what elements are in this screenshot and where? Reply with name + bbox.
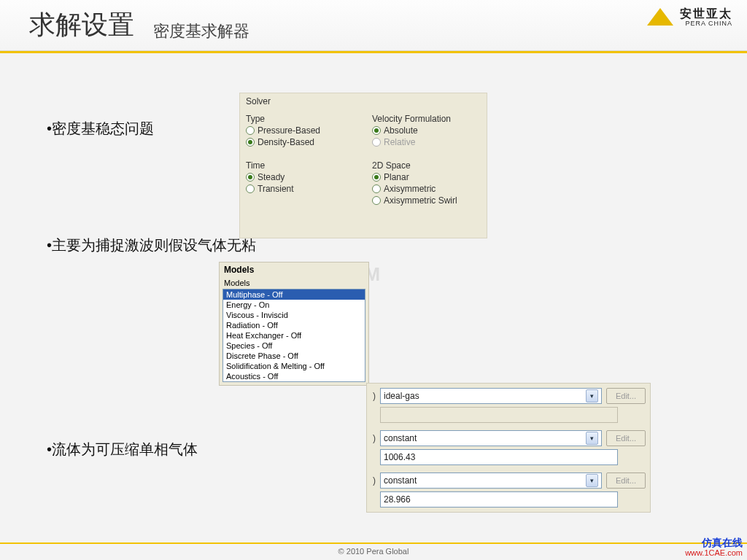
footer-brand: 仿真在线 www.1CAE.com (685, 537, 743, 557)
models-list[interactable]: Multiphase - Off Energy - On Viscous - I… (222, 289, 365, 382)
radio-icon (372, 184, 381, 193)
radio-icon (372, 173, 381, 182)
radio-label: Transient (258, 184, 294, 194)
radio-icon (372, 138, 381, 147)
radio-icon (372, 196, 381, 205)
velocity-label: Velocity Formulation (372, 114, 481, 124)
radio-icon (246, 138, 255, 147)
models-title: Models (220, 262, 368, 277)
chevron-down-icon[interactable]: ▾ (586, 389, 598, 402)
slide-content: •密度基稳态问题 •主要为捕捉激波则假设气体无粘 •流体为可压缩单相气体 Sol… (0, 53, 747, 542)
cp-value-input[interactable]: 1006.43 (380, 449, 618, 465)
list-item[interactable]: Solidification & Melting - Off (223, 361, 365, 371)
radio-steady[interactable]: Steady (246, 172, 355, 182)
page-subtitle: 密度基求解器 (153, 20, 249, 42)
dropdown-value: ideal-gas (384, 391, 419, 401)
radio-axisymmetric[interactable]: Axisymmetric (372, 184, 481, 194)
radio-label: Density-Based (258, 137, 314, 147)
radio-label: Absolute (384, 125, 418, 136)
radio-label: Steady (258, 172, 285, 182)
radio-absolute[interactable]: Absolute (372, 125, 481, 136)
list-item[interactable]: Energy - On (223, 300, 365, 310)
footer-brand-cn: 仿真在线 (685, 537, 743, 548)
radio-planar[interactable]: Planar (372, 172, 481, 182)
dropdown-value: constant (384, 433, 417, 443)
header-bar: 求解设置 密度基求解器 安世亚太 PERA CHINA (0, 0, 747, 51)
radio-relative: Relative (372, 137, 481, 147)
radio-label: Pressure-Based (258, 125, 320, 136)
list-item[interactable]: Heat Exchanger - Off (223, 330, 365, 341)
type-label: Type (246, 114, 355, 124)
list-item[interactable]: Species - Off (223, 341, 365, 351)
radio-icon (246, 126, 255, 135)
footer-brand-url: www.1CAE.com (685, 548, 743, 557)
mw-method-dropdown[interactable]: constant ▾ (380, 472, 602, 489)
radio-axisymmetric-swirl[interactable]: Axisymmetric Swirl (372, 195, 481, 206)
logo-text-cn: 安世亚太 (680, 7, 732, 20)
paren-label: ) (371, 433, 376, 443)
dropdown-value: constant (384, 475, 417, 486)
solver-panel: Solver Type Pressure-Based Density-Based… (239, 93, 487, 238)
copyright: © 2010 Pera Global (338, 547, 409, 556)
chevron-down-icon[interactable]: ▾ (586, 474, 598, 487)
edit-button[interactable]: Edit... (606, 430, 646, 446)
radio-transient[interactable]: Transient (246, 184, 355, 194)
radio-icon (372, 126, 381, 135)
radio-density-based[interactable]: Density-Based (246, 137, 355, 147)
brand-logo: 安世亚太 PERA CHINA (647, 7, 732, 27)
paren-label: ) (371, 475, 376, 486)
radio-icon (246, 173, 255, 182)
bullet-3: •流体为可压缩单相气体 (47, 440, 198, 459)
logo-text-en: PERA CHINA (680, 20, 732, 28)
cp-method-dropdown[interactable]: constant ▾ (380, 430, 602, 446)
radio-label: Relative (384, 137, 415, 147)
space-label: 2D Space (372, 160, 481, 171)
models-panel: Models Models Multiphase - Off Energy - … (219, 262, 369, 386)
radio-icon (246, 184, 255, 193)
edit-button[interactable]: Edit... (606, 472, 646, 489)
density-method-dropdown[interactable]: ideal-gas ▾ (380, 388, 602, 404)
radio-label: Planar (384, 172, 409, 182)
edit-button[interactable]: Edit... (606, 388, 646, 404)
list-item[interactable]: Viscous - Inviscid (223, 310, 365, 320)
bullet-2: •主要为捕捉激波则假设气体无粘 (47, 236, 256, 255)
list-item[interactable]: Multiphase - Off (223, 289, 365, 300)
list-item[interactable]: Radiation - Off (223, 320, 365, 330)
page-title: 求解设置 (29, 7, 134, 43)
models-sublabel: Models (220, 277, 368, 289)
time-label: Time (246, 160, 355, 171)
material-properties-panel: ) ideal-gas ▾ Edit... ) constant ▾ Edit.… (366, 383, 651, 513)
radio-label: Axisymmetric (384, 184, 436, 194)
logo-triangle-icon (647, 8, 673, 26)
density-value-input[interactable] (380, 407, 618, 423)
mw-value-input[interactable]: 28.966 (380, 491, 618, 508)
solver-panel-title: Solver (246, 96, 481, 106)
paren-label: ) (371, 391, 376, 401)
radio-label: Axisymmetric Swirl (384, 195, 457, 206)
chevron-down-icon[interactable]: ▾ (586, 432, 598, 445)
radio-pressure-based[interactable]: Pressure-Based (246, 125, 355, 136)
list-item[interactable]: Discrete Phase - Off (223, 351, 365, 361)
list-item[interactable]: Acoustics - Off (223, 371, 365, 381)
footer: © 2010 Pera Global 仿真在线 www.1CAE.com (0, 542, 747, 560)
bullet-1: •密度基稳态问题 (47, 119, 154, 139)
